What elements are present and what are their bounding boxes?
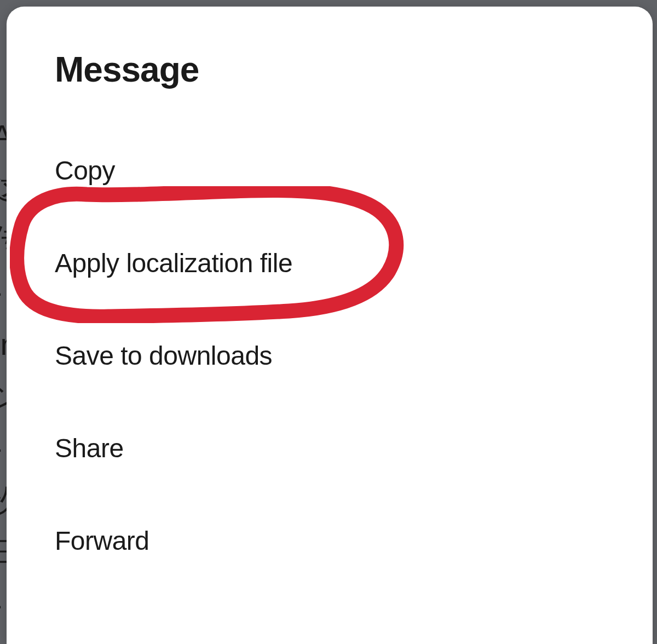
menu-item-forward[interactable]: Forward	[55, 526, 604, 556]
menu-item-apply-localization-file[interactable]: Apply localization file	[55, 248, 604, 278]
dialog-title: Message	[55, 49, 604, 90]
menu-item-save-to-downloads[interactable]: Save to downloads	[55, 341, 604, 371]
message-context-menu-dialog: Message Copy Apply localization file Sav…	[7, 7, 653, 644]
menu-item-copy[interactable]: Copy	[55, 156, 604, 186]
menu-item-share[interactable]: Share	[55, 433, 604, 463]
menu-list: Copy Apply localization file Save to dow…	[55, 156, 604, 556]
